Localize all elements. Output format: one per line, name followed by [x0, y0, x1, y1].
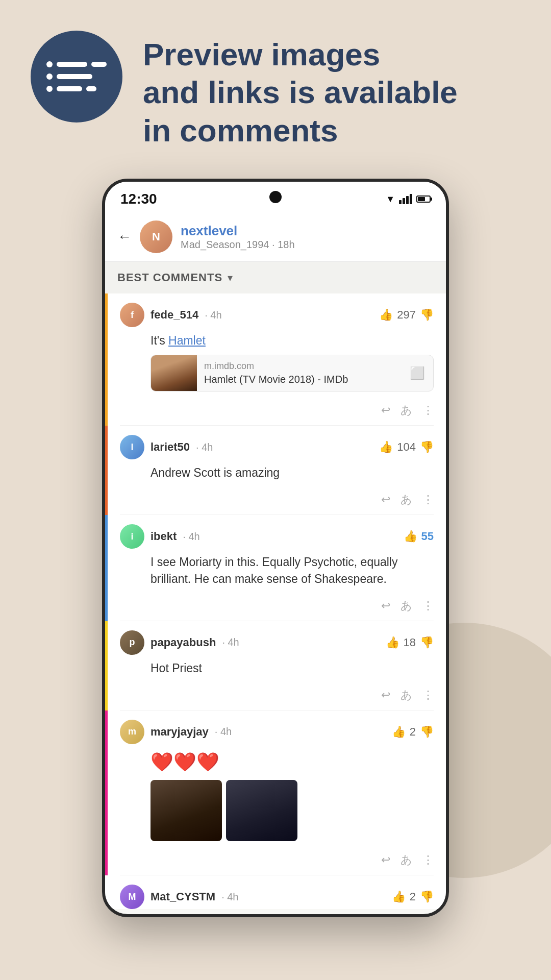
vote-count: 2: [410, 890, 416, 903]
avatar: i: [120, 524, 144, 549]
comment-username: papayabush: [151, 636, 216, 649]
user-info: nextlevel Mad_Season_1994 · 18h: [181, 223, 295, 251]
reply-button[interactable]: ↩: [381, 599, 390, 612]
translate-button[interactable]: あ: [400, 688, 412, 703]
comment-item: i ibekt · 4h 👍 55 I see Moriarty in this…: [105, 515, 446, 621]
translate-button[interactable]: あ: [400, 852, 412, 868]
reply-button[interactable]: ↩: [381, 404, 390, 417]
comment-text: It's Hamlet: [120, 332, 434, 349]
vote-count: 2: [410, 725, 416, 739]
comment-user: m maryjayjay · 4h: [120, 720, 232, 744]
comment-user: l lariet50 · 4h: [120, 435, 213, 459]
thumbup-icon[interactable]: 👍: [386, 636, 399, 649]
image-thumb[interactable]: [226, 780, 297, 841]
thumbdown-icon[interactable]: 👎: [420, 890, 434, 903]
comment-text: ❤️❤️❤️: [120, 749, 434, 775]
thumbdown-icon[interactable]: 👎: [420, 725, 434, 739]
comment-item: p papayabush · 4h 👍 18 👎 Hot Priest ↩ あ …: [105, 621, 446, 710]
header-section: Preview images and links is available in…: [31, 31, 520, 150]
comment-item: l lariet50 · 4h 👍 104 👎 Andrew Scott is …: [105, 426, 446, 515]
comment-username: fede_514: [151, 308, 198, 322]
reply-button[interactable]: ↩: [381, 689, 390, 702]
translate-button[interactable]: あ: [400, 403, 412, 418]
comment-time: · 4h: [221, 891, 238, 903]
thumbdown-icon[interactable]: 👎: [420, 308, 434, 322]
comment-user: p papayabush · 4h: [120, 630, 239, 655]
avatar: p: [120, 630, 144, 655]
avatar: m: [120, 720, 144, 744]
translate-button[interactable]: あ: [400, 492, 412, 507]
comment-time: · 4h: [205, 309, 221, 321]
comment-user: f fede_514 · 4h: [120, 303, 222, 327]
comment-actions: ↩ あ ⋮: [120, 593, 434, 621]
more-button[interactable]: ⋮: [422, 404, 434, 417]
thumbup-icon[interactable]: 👍: [392, 890, 406, 903]
comment-username: lariet50: [151, 440, 190, 454]
comment-item: m maryjayjay · 4h 👍 2 👎 ❤️❤️❤️: [105, 710, 446, 875]
more-button[interactable]: ⋮: [422, 853, 434, 867]
external-link-icon[interactable]: ⬜: [402, 366, 433, 380]
thumbup-icon[interactable]: 👍: [379, 308, 393, 322]
comment-username: maryjayjay: [151, 725, 209, 739]
username[interactable]: nextlevel: [181, 223, 295, 239]
comment-text: I see Moriarty in this. Equally Psychoti…: [120, 554, 434, 586]
phone-mockup: 12:30 ▼ ← N: [102, 179, 449, 917]
comment-time: · 4h: [183, 531, 199, 543]
comment-link[interactable]: Hamlet: [168, 334, 206, 347]
comment-username: Mat_CYSTM: [151, 890, 215, 903]
link-info: m.imdb.com Hamlet (TV Movie 2018) - IMDb: [197, 357, 402, 389]
comment-actions: ↩ あ ⋮: [120, 398, 434, 426]
comment-actions: ↩ あ ⋮: [120, 682, 434, 710]
app-header: ← N nextlevel Mad_Season_1994 · 18h: [105, 212, 446, 262]
link-thumbnail: [151, 355, 197, 391]
comment-item: M Mat_CYSTM · 4h 👍 2 👎: [105, 875, 446, 909]
battery-icon: [416, 195, 431, 203]
vote-count: 55: [421, 530, 434, 543]
comment-text: Hot Priest: [120, 660, 434, 676]
comment-user: M Mat_CYSTM · 4h: [120, 885, 238, 909]
thumbup-icon[interactable]: 👍: [392, 725, 406, 739]
comment-actions: ↩ あ ⋮: [120, 487, 434, 515]
header-icon: [31, 31, 122, 122]
comment-votes: 👍 55: [404, 530, 434, 543]
post-meta: Mad_Season_1994 · 18h: [181, 239, 295, 251]
comments-list: f fede_514 · 4h 👍 297 👎 It's Hamlet: [105, 293, 446, 909]
vote-count: 18: [404, 636, 416, 649]
thumbup-icon[interactable]: 👍: [379, 440, 393, 454]
more-button[interactable]: ⋮: [422, 493, 434, 506]
thumbdown-icon[interactable]: 👎: [420, 440, 434, 454]
filter-label: BEST COMMENTS: [117, 271, 222, 284]
reply-button[interactable]: ↩: [381, 853, 390, 867]
thumbdown-icon[interactable]: 👎: [420, 636, 434, 649]
image-thumb[interactable]: [151, 780, 222, 841]
link-preview[interactable]: m.imdb.com Hamlet (TV Movie 2018) - IMDb…: [151, 355, 434, 391]
filter-dropdown-icon: ▾: [228, 272, 233, 284]
back-button[interactable]: ←: [117, 229, 132, 245]
vote-count: 104: [397, 440, 416, 454]
avatar: N: [140, 220, 172, 253]
more-button[interactable]: ⋮: [422, 689, 434, 702]
comment-item: f fede_514 · 4h 👍 297 👎 It's Hamlet: [105, 293, 446, 426]
comment-text: Andrew Scott is amazing: [120, 464, 434, 481]
comment-time: · 4h: [215, 726, 232, 738]
thumbup-icon[interactable]: 👍: [404, 530, 417, 543]
reply-button[interactable]: ↩: [381, 493, 390, 506]
link-title: Hamlet (TV Movie 2018) - IMDb: [204, 374, 394, 385]
comment-votes: 👍 297 👎: [379, 308, 434, 322]
image-grid: [151, 780, 434, 841]
comment-username: ibekt: [151, 530, 177, 543]
filter-bar[interactable]: BEST COMMENTS ▾: [105, 262, 446, 293]
comment-user: i ibekt · 4h: [120, 524, 200, 549]
translate-button[interactable]: あ: [400, 598, 412, 614]
avatar: M: [120, 885, 144, 909]
more-button[interactable]: ⋮: [422, 599, 434, 612]
wifi-icon: ▼: [386, 194, 395, 205]
signal-icon: [399, 194, 412, 204]
status-icons: ▼: [386, 194, 431, 205]
camera-dot: [269, 191, 282, 203]
comment-votes: 👍 2 👎: [392, 725, 434, 739]
comment-time: · 4h: [196, 442, 213, 453]
comment-votes: 👍 2 👎: [392, 890, 434, 903]
link-domain: m.imdb.com: [204, 361, 394, 372]
comment-votes: 👍 104 👎: [379, 440, 434, 454]
